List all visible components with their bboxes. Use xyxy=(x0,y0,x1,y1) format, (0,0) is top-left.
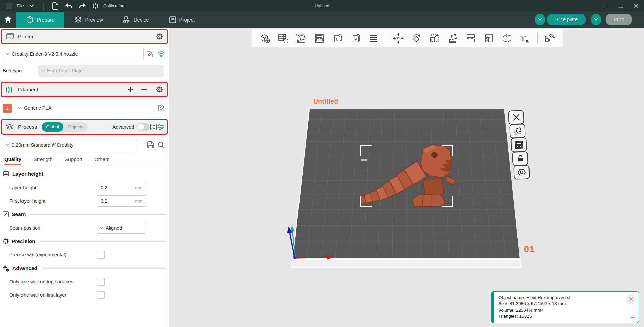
tab-others[interactable]: Others xyxy=(94,156,109,165)
tab-support[interactable]: Support xyxy=(65,156,83,165)
only-one-wall-top-checkbox[interactable] xyxy=(97,278,105,286)
scope-global-button[interactable]: Global xyxy=(42,122,63,132)
minimize-icon[interactable] xyxy=(598,0,613,12)
calibration-label[interactable]: Calibration xyxy=(103,3,124,8)
maximize-icon[interactable] xyxy=(613,0,629,12)
lock-plate-icon[interactable] xyxy=(512,151,528,166)
printer-settings-gear-icon[interactable] xyxy=(156,33,163,40)
merge-icon[interactable] xyxy=(541,29,559,47)
move-icon[interactable] xyxy=(389,29,407,47)
bed-type-select[interactable]: High Temp Plate xyxy=(38,65,164,77)
advanced-icon xyxy=(3,265,9,272)
tab-device-label: Device xyxy=(134,17,149,23)
slice-options-chevron-icon[interactable] xyxy=(535,14,545,25)
stack-icon[interactable] xyxy=(365,29,383,47)
add-model-icon[interactable] xyxy=(256,29,274,47)
tab-project-label: Project xyxy=(179,17,195,23)
toolbar-separator xyxy=(537,33,538,44)
bed-type-label: Bed type xyxy=(3,68,38,73)
menu-icon[interactable] xyxy=(3,1,15,11)
arrange-icon[interactable] xyxy=(310,29,328,47)
redo-icon[interactable] xyxy=(77,1,88,11)
add-plate-icon[interactable] xyxy=(274,29,292,47)
scope-objects-button[interactable]: Objects xyxy=(63,122,88,132)
input-unit: mm xyxy=(135,185,142,190)
plate-title: Untitled xyxy=(313,98,338,105)
tab-prepare[interactable]: Prepare xyxy=(16,12,64,28)
split-icon[interactable] xyxy=(462,29,480,47)
tab-project[interactable]: Project xyxy=(159,12,205,28)
process-scope-toggle: Global Objects xyxy=(42,122,88,132)
printer-model-select[interactable]: Creality Ender-3 V2 0.4 nozzle xyxy=(3,48,144,60)
section-precision: Precision xyxy=(3,235,166,248)
save-preset-icon[interactable] xyxy=(145,141,156,148)
cut-icon[interactable] xyxy=(498,29,516,47)
document-p-icon[interactable]: P xyxy=(347,29,365,47)
arrange-plate-icon[interactable] xyxy=(511,137,527,152)
add-filament-icon[interactable] xyxy=(124,87,137,93)
plate-settings-icon[interactable] xyxy=(513,165,530,180)
file-menu-label[interactable]: File xyxy=(17,3,24,8)
filament-settings-gear-icon[interactable] xyxy=(151,86,163,93)
print-options-chevron-icon[interactable] xyxy=(591,14,601,25)
auto-orient-plate-icon[interactable] xyxy=(509,124,525,138)
auto-orient-icon[interactable]: AUTO xyxy=(292,29,310,47)
first-layer-height-input[interactable]: 0.2 mm xyxy=(97,195,146,207)
rotate-icon[interactable] xyxy=(407,29,425,47)
seam-icon xyxy=(3,211,9,217)
scale-icon[interactable] xyxy=(425,29,444,47)
tab-strength[interactable]: Strength xyxy=(34,156,53,165)
object-info-panel: Object name: Flexi-Rex-improved.stl Size… xyxy=(491,291,639,323)
process-title: Process xyxy=(18,124,37,130)
seam-position-select[interactable]: Aligned xyxy=(97,222,146,234)
layer-height-input[interactable]: 0.2 mm xyxy=(97,182,146,193)
support-paint-icon[interactable] xyxy=(480,29,498,47)
info-collapse-icon[interactable] xyxy=(629,314,636,321)
filament-slot-badge[interactable]: 1 xyxy=(3,104,12,113)
file-dropdown-icon[interactable] xyxy=(26,1,37,11)
tab-device[interactable]: Device xyxy=(113,12,159,28)
input-value: 0.2 xyxy=(101,198,135,204)
advanced-toggle[interactable] xyxy=(137,123,149,131)
plate-front-edge xyxy=(291,259,521,268)
plate-number: 01 xyxy=(524,244,534,255)
setting-row: Seam position Aligned xyxy=(3,221,166,235)
only-one-wall-first-layer-checkbox[interactable] xyxy=(97,291,105,299)
home-icon[interactable] xyxy=(0,12,16,28)
tab-preview-label: Preview xyxy=(85,17,103,23)
print-button[interactable]: Print xyxy=(606,14,632,25)
setting-row: Layer height 0.2 mm xyxy=(3,181,166,194)
printer-title: Printer xyxy=(18,34,34,40)
info-close-icon[interactable] xyxy=(626,294,636,304)
tab-preview[interactable]: Preview xyxy=(64,12,113,28)
remove-filament-icon[interactable] xyxy=(137,89,151,90)
edit-printer-icon[interactable] xyxy=(144,51,156,57)
build-plate-scene[interactable] xyxy=(169,28,644,327)
setting-label: Seam position xyxy=(9,225,97,231)
slice-plate-button[interactable]: Slice plate xyxy=(547,14,586,25)
tune-parameters-icon[interactable] xyxy=(157,124,164,130)
tab-quality[interactable]: Quality xyxy=(4,156,21,165)
lay-on-face-icon[interactable] xyxy=(444,29,462,47)
save-icon[interactable] xyxy=(50,1,61,11)
delete-plate-icon[interactable] xyxy=(508,110,524,125)
filament-select[interactable]: Generic PLA xyxy=(15,102,154,114)
layer-height-icon xyxy=(3,171,9,177)
precise-wall-checkbox[interactable] xyxy=(97,251,105,259)
wifi-icon[interactable] xyxy=(156,51,166,57)
close-icon[interactable] xyxy=(629,0,644,12)
document-o-icon[interactable]: 0 xyxy=(328,29,347,47)
search-preset-icon[interactable] xyxy=(156,141,166,148)
edit-filament-icon[interactable] xyxy=(157,105,166,111)
setting-label: Layer height xyxy=(9,185,97,191)
parameter-list-icon[interactable] xyxy=(150,124,157,130)
printer-header: Printer xyxy=(1,29,168,44)
undo-icon[interactable] xyxy=(63,1,75,11)
calibration-icon[interactable] xyxy=(90,1,101,11)
text-icon[interactable]: Ta xyxy=(516,29,534,47)
setting-row: Only one wall on first layer xyxy=(3,288,166,302)
section-title: Advanced xyxy=(12,265,37,271)
tab-prepare-label: Prepare xyxy=(37,17,54,23)
process-preset-select[interactable]: 0.20mm Standard @Creality xyxy=(3,139,137,151)
viewport-3d[interactable]: AUTO 0 P xyxy=(169,28,644,327)
